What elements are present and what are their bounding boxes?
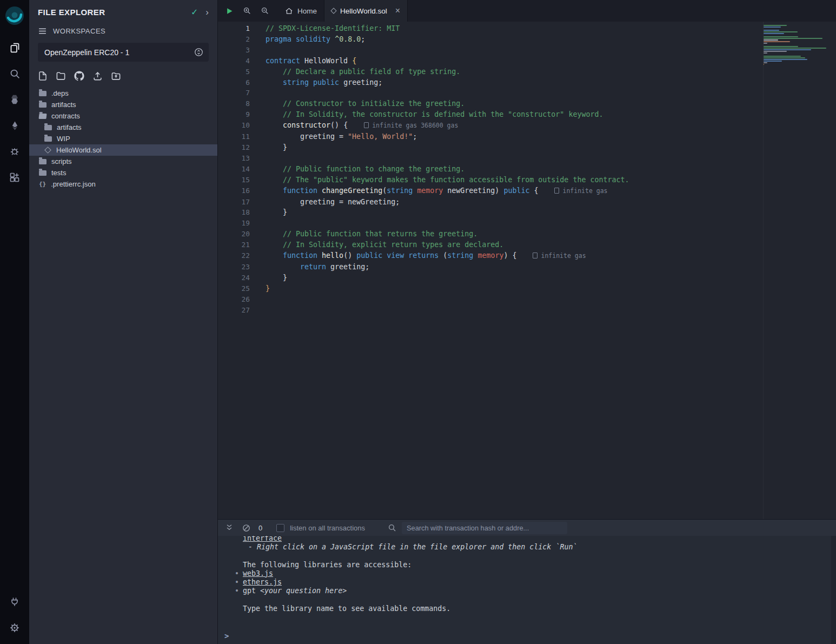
code-editor[interactable]: 1// SPDX-License-Identifier: MIT2pragma … [218, 22, 836, 519]
collapse-terminal-icon[interactable] [225, 523, 234, 532]
code-line[interactable]: 25} [218, 283, 836, 294]
plugin-manager-icon[interactable] [0, 164, 29, 190]
listen-checkbox[interactable] [276, 524, 284, 532]
tree-item-artifacts[interactable]: artifacts [29, 99, 217, 110]
line-content [250, 218, 266, 229]
line-content: // Public function that returns the gree… [250, 229, 477, 240]
terminal-link[interactable]: web3.js [243, 569, 273, 577]
terminal-panel: 0 listen on all transactions interface- … [218, 519, 836, 644]
github-clone-icon[interactable] [74, 71, 84, 81]
terminal-text: The following libraries are accessible: [243, 561, 412, 569]
terminal-search-icon [388, 523, 396, 532]
run-script-icon[interactable] [225, 7, 234, 15]
deploy-run-icon[interactable] [0, 112, 29, 138]
code-line[interactable]: 20 // Public function that returns the g… [218, 229, 836, 240]
code-line[interactable]: 5 // Declare a public field of type stri… [218, 67, 836, 77]
chevron-right-icon[interactable]: › [205, 8, 209, 17]
code-line[interactable]: 21 // In Solidity, explicit return types… [218, 240, 836, 250]
new-folder-icon[interactable] [56, 71, 66, 81]
code-line[interactable]: 3 [218, 45, 836, 56]
code-line[interactable]: 13 [218, 153, 836, 164]
code-line[interactable]: 8 // Constructor to initialize the greet… [218, 98, 836, 109]
folder-icon [44, 125, 52, 130]
new-file-icon[interactable] [38, 71, 48, 81]
close-tab-icon[interactable]: × [395, 6, 400, 15]
code-line[interactable]: 12 } [218, 142, 836, 153]
tree-item-label: .deps [51, 89, 69, 97]
terminal-line: •ethers.js [243, 578, 828, 587]
code-line[interactable]: 23 return greeting; [218, 262, 836, 273]
minimap-line [764, 25, 787, 26]
line-number: 10 [218, 120, 250, 131]
terminal-prompt[interactable]: > [218, 628, 836, 644]
tree-item-contracts[interactable]: contracts [29, 110, 217, 122]
terminal-scrollbar[interactable] [831, 536, 836, 644]
line-number: 8 [218, 98, 250, 109]
terminal-line [243, 595, 828, 604]
line-number: 12 [218, 142, 250, 153]
tree-item-helloworld-sol[interactable]: HelloWorld.sol [29, 144, 217, 156]
hamburger-menu-icon[interactable] [38, 26, 47, 36]
code-line[interactable]: 26 [218, 294, 836, 305]
minimap[interactable] [764, 25, 827, 69]
code-line[interactable]: 14 // Public function to change the gree… [218, 164, 836, 175]
tab-home[interactable]: Home [278, 0, 324, 22]
tree-item--deps[interactable]: .deps [29, 88, 217, 99]
upload-folder-icon[interactable] [111, 71, 121, 81]
line-content [250, 88, 266, 98]
code-line[interactable]: 11 greeting = "Hello, World!"; [218, 131, 836, 142]
solidity-compiler-icon[interactable] [0, 87, 29, 112]
gas-icon [554, 188, 559, 194]
plugin-connector-icon[interactable] [0, 589, 29, 615]
clear-console-icon[interactable] [242, 523, 251, 533]
upload-file-icon[interactable] [92, 71, 103, 81]
editor-tabbar: Home HelloWorld.sol × [218, 0, 836, 22]
folder-open-icon [38, 114, 47, 119]
code-line[interactable]: 1// SPDX-License-Identifier: MIT [218, 23, 836, 34]
line-number: 23 [218, 262, 250, 273]
terminal-line: Type the library name to see available c… [243, 605, 828, 613]
code-line[interactable]: 16 function changeGreeting(string memory… [218, 185, 836, 197]
tree-item-scripts[interactable]: scripts [29, 156, 217, 167]
zoom-out-icon[interactable] [261, 6, 269, 15]
search-icon[interactable] [0, 61, 29, 87]
tree-item-label: contracts [51, 112, 80, 120]
tab-helloworld-sol[interactable]: HelloWorld.sol × [324, 0, 408, 22]
line-number: 4 [218, 56, 250, 67]
workspace-select[interactable]: OpenZeppelin ERC20 - 1 [38, 43, 209, 62]
code-line[interactable]: 27 [218, 305, 836, 316]
line-number: 18 [218, 207, 250, 218]
terminal-output[interactable]: interface- Right click on a JavaScript f… [218, 536, 836, 628]
workspace-options-icon[interactable] [194, 47, 204, 57]
file-explorer-icon[interactable] [0, 35, 29, 61]
code-line[interactable]: 19 [218, 218, 836, 229]
code-line[interactable]: 24 } [218, 273, 836, 283]
tree-item-artifacts[interactable]: artifacts [29, 122, 217, 133]
code-line[interactable]: 7 [218, 88, 836, 98]
settings-gear-icon[interactable] [0, 615, 29, 641]
minimap-line [764, 41, 790, 42]
code-line[interactable]: 4contract HelloWorld { [218, 56, 836, 67]
tree-item--prettierrc-json[interactable]: {}.prettierrc.json [29, 178, 217, 190]
code-line[interactable]: 17 greeting = newGreeting; [218, 197, 836, 208]
terminal-search-input[interactable] [402, 522, 567, 534]
code-line[interactable]: 15 // The "public" keyword makes the fun… [218, 175, 836, 185]
code-line[interactable]: 22 function hello() public view returns … [218, 250, 836, 262]
main-area: Home HelloWorld.sol × 1// SPDX-License-I… [218, 0, 836, 644]
tree-item-label: scripts [51, 157, 72, 165]
zoom-in-icon[interactable] [243, 6, 251, 15]
code-line[interactable]: 2pragma solidity ^0.8.0; [218, 34, 836, 45]
terminal-link[interactable]: ethers.js [243, 578, 282, 586]
code-line[interactable]: 6 string public greeting; [218, 77, 836, 88]
tree-item-tests[interactable]: tests [29, 167, 217, 178]
remix-logo[interactable] [3, 4, 26, 27]
minimap-line [764, 38, 822, 39]
tree-item-wip[interactable]: WIP [29, 133, 217, 144]
code-line[interactable]: 10 constructor() {infinite gas 368600 ga… [218, 120, 836, 131]
code-line[interactable]: 18 } [218, 207, 836, 218]
tree-item-label: HelloWorld.sol [56, 146, 102, 154]
minimap-line [764, 36, 798, 37]
debugger-icon[interactable] [0, 138, 29, 164]
line-number: 1 [218, 23, 250, 34]
code-line[interactable]: 9 // In Solidity, the constructor is def… [218, 109, 836, 120]
